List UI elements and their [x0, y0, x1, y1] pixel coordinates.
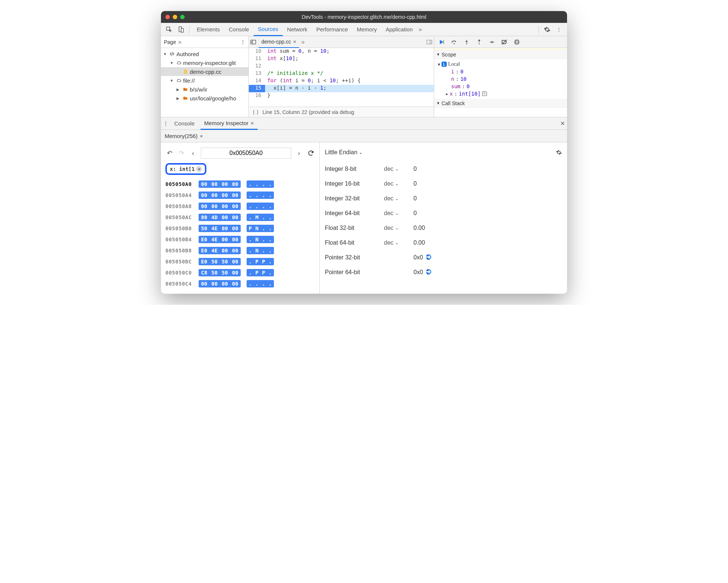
value-mode-selector[interactable]: dec⌄: [384, 195, 413, 202]
code-line[interactable]: 12: [249, 63, 434, 70]
scope-variable[interactable]: i: 0: [438, 68, 563, 75]
tab-application[interactable]: Application: [381, 23, 417, 36]
toggle-navigator-icon[interactable]: [250, 39, 256, 45]
reveal-in-memory-icon[interactable]: ⠿: [482, 92, 487, 96]
editor-tab[interactable]: demo-cpp.cc ×: [258, 36, 299, 48]
tree-item[interactable]: ▶usr/local/google/ho: [161, 94, 248, 103]
tree-item[interactable]: ▼Authored: [161, 49, 248, 58]
value-interpretation-row: Integer 32-bitdec⌄0: [325, 191, 562, 206]
pretty-print-icon[interactable]: { }: [253, 109, 259, 115]
value-mode-selector[interactable]: dec⌄: [384, 166, 413, 172]
endianness-selector[interactable]: Little Endian ⌄: [325, 149, 363, 156]
value-interpretation-row: Pointer 64-bit0x0⮊: [325, 265, 562, 280]
debugger-pane: ▼Scope ▼L Local i: 0n: 10sum: 0▶x: int[1…: [434, 36, 567, 117]
code-line[interactable]: 15 x[i] = n - i - 1;: [249, 85, 434, 92]
code-editor[interactable]: 10int sum = 0, n = 10;11int x[10];1213/*…: [249, 48, 434, 107]
code-line[interactable]: 11int x[10];: [249, 55, 434, 63]
value-mode-selector[interactable]: dec⌄: [384, 225, 413, 231]
jump-to-address-icon[interactable]: ⮊: [425, 254, 432, 262]
history-back-button[interactable]: ↶: [165, 149, 174, 157]
memory-tab[interactable]: Memory(256) ×: [165, 133, 203, 139]
step-into-button[interactable]: [463, 38, 470, 46]
toggle-debugger-icon[interactable]: [426, 39, 432, 45]
callstack-section-header[interactable]: ▼Call Stack: [434, 99, 567, 108]
close-drawer-icon[interactable]: ×: [560, 119, 565, 128]
drawer-menu-icon[interactable]: ⋮: [163, 121, 168, 127]
refresh-button[interactable]: [307, 149, 315, 157]
tree-item[interactable]: ▼memory-inspector.glit: [161, 58, 248, 67]
editor-pane: demo-cpp.cc × » 10int sum = 0, n = 10;11…: [249, 36, 434, 117]
tab-elements[interactable]: Elements: [192, 23, 224, 36]
address-prev-button[interactable]: ‹: [189, 149, 197, 157]
drawer-tab-console[interactable]: Console: [171, 117, 198, 130]
more-navigator-tabs[interactable]: »: [178, 39, 182, 45]
remove-chip-icon[interactable]: ×: [196, 166, 202, 172]
tab-network[interactable]: Network: [283, 23, 312, 36]
code-line[interactable]: 10int sum = 0, n = 10;: [249, 48, 434, 55]
close-drawer-tab-icon[interactable]: ×: [251, 120, 254, 126]
svg-rect-2: [181, 28, 183, 32]
pause-exceptions-button[interactable]: [513, 38, 521, 46]
svg-point-9: [466, 43, 467, 44]
memory-row[interactable]: 005050C400000000....: [165, 278, 315, 289]
scope-variable[interactable]: sum: 0: [438, 83, 563, 90]
value-mode-selector[interactable]: dec⌄: [384, 180, 413, 187]
settings-icon[interactable]: [542, 24, 552, 35]
navigator-tab-page[interactable]: Page: [164, 39, 176, 45]
more-menu-icon[interactable]: ⋮: [554, 24, 564, 35]
value-settings-icon[interactable]: [556, 149, 562, 155]
scope-local-header[interactable]: ▼L Local: [438, 61, 563, 68]
resume-button[interactable]: [438, 38, 445, 46]
jump-to-address-icon[interactable]: ⮊: [425, 269, 432, 276]
titlebar: DevTools - memory-inspector.glitch.me/de…: [161, 11, 567, 23]
memory-row[interactable]: 005050A000000000....: [165, 179, 315, 190]
address-input[interactable]: [201, 148, 291, 159]
navigator-menu-icon[interactable]: ⋮: [240, 39, 245, 45]
inspect-element-icon[interactable]: [164, 24, 174, 35]
device-toggle-icon[interactable]: [176, 24, 186, 35]
memory-row[interactable]: 005050B4E04E0000.N..: [165, 234, 315, 245]
value-interpretation-row: Pointer 32-bit0x0⮊: [325, 250, 562, 265]
code-line[interactable]: 16}: [249, 92, 434, 100]
scope-variable[interactable]: ▶x: int[10] ⠿: [438, 90, 563, 97]
value-mode-selector[interactable]: dec⌄: [384, 239, 413, 246]
memory-inspector-body: ↶ ↷ ‹ › x: int[1 × 005050A000000000....0…: [161, 142, 567, 294]
more-tabs-icon[interactable]: »: [419, 26, 422, 33]
navigator-pane: Page » ⋮ ▼Authored▼memory-inspector.glit…: [161, 36, 249, 117]
drawer-tab-memory-inspector[interactable]: Memory Inspector ×: [200, 117, 258, 130]
tree-item[interactable]: ▶b/s/w/ir: [161, 85, 248, 94]
object-chip[interactable]: x: int[1 ×: [165, 163, 206, 175]
close-memory-tab-icon[interactable]: ×: [200, 133, 203, 139]
step-over-button[interactable]: [450, 38, 458, 46]
tab-memory[interactable]: Memory: [353, 23, 381, 36]
code-line[interactable]: 13/* initialize x */: [249, 70, 434, 77]
scope-section-header[interactable]: ▼Scope: [434, 50, 567, 59]
memory-row[interactable]: 005050BCE0505000.PP.: [165, 256, 315, 267]
step-out-button[interactable]: [475, 38, 483, 46]
tab-sources[interactable]: Sources: [254, 23, 283, 36]
svg-rect-13: [516, 41, 517, 44]
code-line[interactable]: 14for (int i = 0; i < 10; ++i) {: [249, 77, 434, 85]
editor-tab-label: demo-cpp.cc: [261, 39, 291, 45]
devtools-window: DevTools - memory-inspector.glitch.me/de…: [161, 11, 567, 294]
tab-performance[interactable]: Performance: [312, 23, 353, 36]
memory-row[interactable]: 005050B0504E0000PN..: [165, 223, 315, 234]
svg-rect-14: [517, 41, 518, 44]
more-editor-tabs[interactable]: »: [301, 39, 305, 45]
memory-row[interactable]: 005050A400000000....: [165, 190, 315, 201]
history-forward-button[interactable]: ↷: [177, 149, 185, 157]
tab-console[interactable]: Console: [224, 23, 254, 36]
address-next-button[interactable]: ›: [295, 149, 303, 157]
close-tab-icon[interactable]: ×: [293, 39, 296, 45]
value-mode-selector[interactable]: dec⌄: [384, 210, 413, 217]
tree-item[interactable]: ▼file://: [161, 76, 248, 85]
tree-item[interactable]: demo-cpp.cc: [161, 67, 248, 76]
deactivate-breakpoints-button[interactable]: [501, 38, 508, 46]
scope-variable[interactable]: n: 10: [438, 75, 563, 83]
memory-row[interactable]: 005050C0C8505000.PP.: [165, 267, 315, 278]
memory-row[interactable]: 005050AC804D0000.M..: [165, 212, 315, 223]
memory-row[interactable]: 005050B8E04E0000.N..: [165, 245, 315, 256]
memory-row[interactable]: 005050A800000000....: [165, 201, 315, 212]
step-button[interactable]: [488, 38, 495, 46]
svg-point-11: [493, 41, 494, 42]
